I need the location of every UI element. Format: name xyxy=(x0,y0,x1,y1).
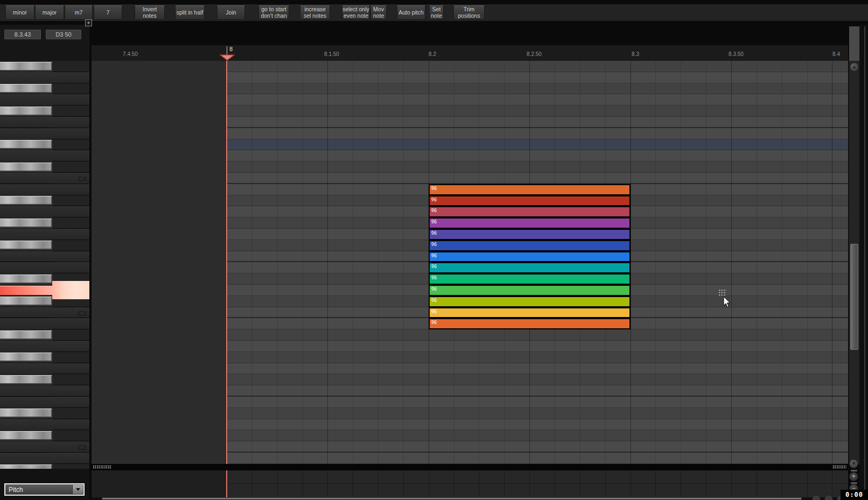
midi-note[interactable]: 96 xyxy=(429,251,631,263)
midi-note[interactable]: 96 xyxy=(429,195,631,207)
piano-key[interactable] xyxy=(0,329,89,341)
add-lane-button[interactable]: + xyxy=(85,19,92,26)
position-display[interactable]: 8.3.43 xyxy=(4,30,41,39)
toolbar-button-m7[interactable]: m7 xyxy=(65,5,93,20)
black-key-bar[interactable] xyxy=(0,163,52,172)
toolbar-button-increase-sel-notes[interactable]: increase sel notes xyxy=(300,5,330,20)
toolbar-button-minor[interactable]: minor xyxy=(5,5,34,20)
toolbar-button-select-only-even-note[interactable]: select only even note xyxy=(342,5,370,20)
midi-note[interactable]: 96 xyxy=(429,229,631,240)
piano-key[interactable] xyxy=(0,453,89,464)
toolbar-button-set-note[interactable]: Set note xyxy=(429,5,444,20)
black-key-bar[interactable] xyxy=(0,62,52,71)
black-key-bar[interactable] xyxy=(0,409,52,418)
black-key-bar[interactable] xyxy=(0,375,52,384)
note-grid[interactable]: 96969696969696969696969696 xyxy=(92,61,848,464)
piano-key[interactable]: C3 xyxy=(0,307,89,319)
zoom-button[interactable] xyxy=(824,495,833,500)
zoom-in-button[interactable]: + xyxy=(849,472,858,481)
highlighted-key-D3[interactable] xyxy=(0,286,52,295)
divider-drag-handle[interactable] xyxy=(832,465,846,469)
piano-key[interactable] xyxy=(0,240,89,251)
piano-key[interactable] xyxy=(0,117,89,128)
piano-key[interactable] xyxy=(0,161,89,173)
timeline-ruler[interactable]: 7.4.508.1.508.28.2.508.38.3.508.48 xyxy=(92,45,848,61)
piano-key[interactable] xyxy=(0,72,89,83)
midi-note[interactable]: 96 xyxy=(429,240,631,251)
piano-key[interactable]: C4 xyxy=(0,173,89,184)
piano-key[interactable] xyxy=(0,251,89,263)
black-key-bar[interactable] xyxy=(0,353,52,362)
black-key-bar[interactable] xyxy=(0,140,52,149)
piano-key[interactable] xyxy=(0,419,89,431)
cc-lane[interactable] xyxy=(92,470,848,497)
piano-key[interactable] xyxy=(0,363,89,375)
piano-key[interactable] xyxy=(0,217,89,229)
black-key-bar[interactable] xyxy=(0,274,52,284)
scroll-up-button[interactable]: ▲ xyxy=(850,62,859,72)
piano-key[interactable] xyxy=(0,352,89,363)
play-cursor[interactable] xyxy=(226,61,227,464)
piano-key[interactable] xyxy=(0,61,89,72)
midi-note[interactable]: 96 xyxy=(429,262,631,273)
midi-note[interactable]: 96 xyxy=(429,318,631,329)
zoom-button[interactable] xyxy=(812,495,821,500)
piano-key[interactable] xyxy=(0,184,89,195)
piano-key[interactable] xyxy=(0,195,89,207)
piano-key[interactable] xyxy=(0,262,89,273)
black-key-bar[interactable] xyxy=(0,330,52,340)
vertical-scrollbar[interactable]: ▲ xyxy=(849,61,859,464)
midi-note[interactable]: 96 xyxy=(429,273,631,285)
black-key-bar[interactable] xyxy=(0,464,52,469)
piano-key[interactable] xyxy=(0,229,89,240)
midi-note[interactable]: 96 xyxy=(429,307,631,319)
scroll-down-button[interactable]: ▼ xyxy=(849,459,858,468)
piano-key[interactable] xyxy=(0,397,89,408)
highlighted-key-wide-part[interactable] xyxy=(52,281,89,299)
piano-key[interactable] xyxy=(0,128,89,139)
horizontal-scrollbar[interactable] xyxy=(92,497,848,500)
piano-key[interactable] xyxy=(0,341,89,352)
horizontal-scrollbar-thumb[interactable] xyxy=(102,497,802,500)
edit-cursor-marker-icon[interactable] xyxy=(220,54,235,61)
piano-key[interactable] xyxy=(0,139,89,151)
midi-note[interactable]: 96 xyxy=(429,217,631,229)
toolbar-button-go-to-start-don't-chan[interactable]: go to start don't chan xyxy=(258,5,289,20)
piano-key[interactable]: C2 xyxy=(0,441,89,453)
piano-key[interactable] xyxy=(0,408,89,419)
lane-divider[interactable] xyxy=(92,464,848,470)
toolbar-button-auto-pitch[interactable]: Auto pitch xyxy=(397,5,425,20)
black-key-bar[interactable] xyxy=(0,196,52,205)
toolbar-button-split-in-half[interactable]: split in half xyxy=(175,5,205,20)
toolbar-button-7[interactable]: 7 xyxy=(94,5,122,20)
midi-note[interactable]: 96 xyxy=(429,285,631,296)
black-key-bar[interactable] xyxy=(0,297,52,306)
toolbar-button-mov-note[interactable]: Mov note xyxy=(370,5,387,20)
midi-note[interactable]: 96 xyxy=(429,206,631,217)
black-key-bar[interactable] xyxy=(0,107,52,116)
divider-drag-handle[interactable] xyxy=(93,465,111,469)
black-key-bar[interactable] xyxy=(0,84,52,93)
piano-key[interactable] xyxy=(0,374,89,385)
note-value-display[interactable]: D3 50 xyxy=(46,30,81,39)
piano-key[interactable] xyxy=(0,150,89,161)
piano-key[interactable] xyxy=(0,83,89,95)
black-key-bar[interactable] xyxy=(0,219,52,228)
piano-key[interactable] xyxy=(0,94,89,105)
edit-cursor-tick[interactable] xyxy=(227,46,227,55)
black-key-bar[interactable] xyxy=(0,431,52,440)
toolbar-button-invert-notes[interactable]: Invert notes xyxy=(135,5,165,20)
piano-key[interactable] xyxy=(0,464,89,469)
piano-key[interactable] xyxy=(0,206,89,217)
toolbar-button-major[interactable]: major xyxy=(35,5,64,20)
piano-key[interactable] xyxy=(0,385,89,397)
piano-key[interactable] xyxy=(0,430,89,441)
midi-note[interactable]: 96 xyxy=(429,184,631,195)
lane-selector-dropdown[interactable]: Pitch xyxy=(4,483,85,496)
chevron-down-icon[interactable] xyxy=(72,485,83,494)
piano-key[interactable] xyxy=(0,318,89,329)
toolbar-button-trim-positions[interactable]: Trim positions xyxy=(453,5,485,20)
toolbar-button-join[interactable]: Join xyxy=(217,5,245,20)
black-key-bar[interactable] xyxy=(0,241,52,250)
piano-key[interactable] xyxy=(0,105,89,117)
